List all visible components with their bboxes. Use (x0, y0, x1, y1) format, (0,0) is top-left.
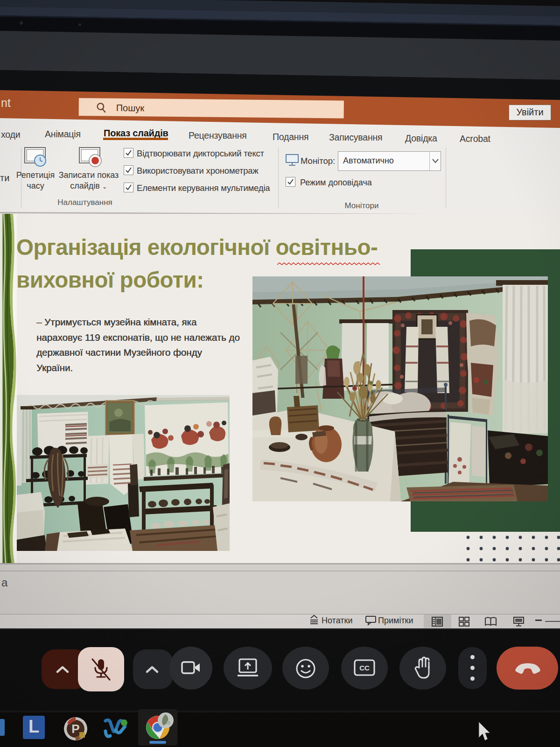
svg-text:P: P (71, 722, 79, 736)
svg-text:CC: CC (359, 664, 370, 672)
